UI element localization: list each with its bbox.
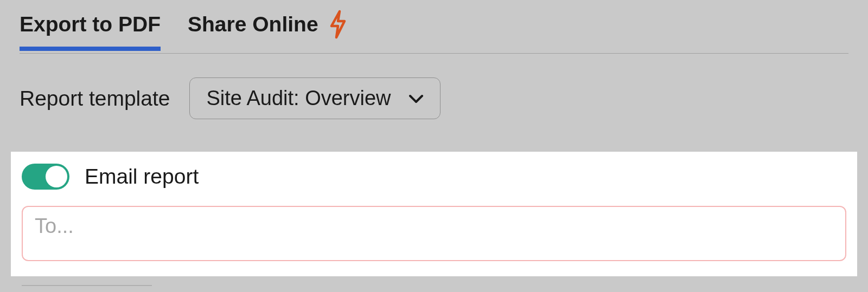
email-to-input[interactable] bbox=[22, 206, 846, 261]
report-template-label: Report template bbox=[20, 87, 170, 111]
separator bbox=[22, 285, 152, 286]
template-row: Report template Site Audit: Overview bbox=[20, 54, 848, 152]
bolt-icon bbox=[328, 10, 348, 39]
report-template-select[interactable]: Site Audit: Overview bbox=[189, 77, 440, 119]
tabs-row: Export to PDF Share Online bbox=[20, 0, 848, 54]
tab-export-pdf[interactable]: Export to PDF bbox=[20, 12, 161, 50]
email-report-label: Email report bbox=[85, 165, 199, 189]
chevron-down-icon bbox=[409, 94, 424, 103]
tab-share-online[interactable]: Share Online bbox=[188, 12, 318, 36]
email-report-toggle[interactable] bbox=[22, 164, 69, 190]
report-template-selected-value: Site Audit: Overview bbox=[206, 87, 391, 110]
email-report-panel: Email report bbox=[11, 152, 857, 276]
toggle-knob bbox=[46, 166, 67, 187]
